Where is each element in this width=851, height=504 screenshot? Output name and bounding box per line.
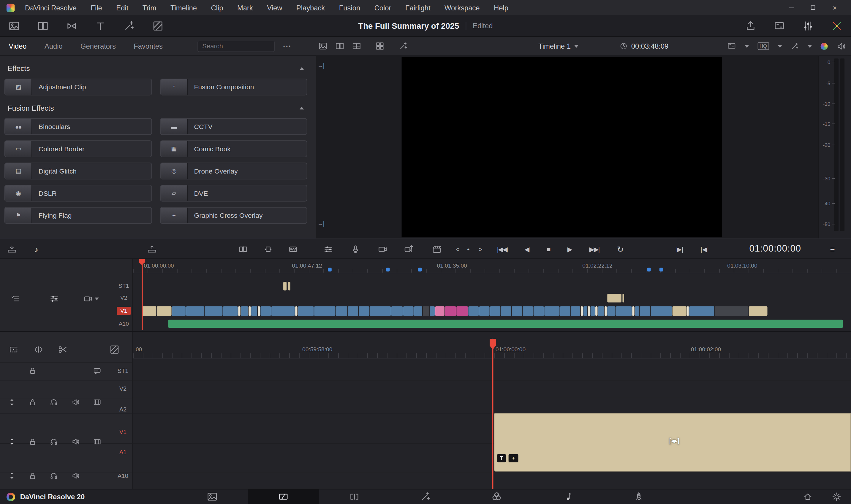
- timeline-list-icon[interactable]: [11, 294, 20, 304]
- overview-clip[interactable]: [512, 306, 522, 316]
- lock-icon[interactable]: [29, 437, 36, 446]
- effect-flying-flag[interactable]: ⚑Flying Flag: [4, 207, 152, 224]
- overview-clip[interactable]: [336, 306, 347, 316]
- overview-clip[interactable]: [314, 306, 335, 316]
- dual-viewer-icon[interactable]: [37, 20, 48, 32]
- overview-clip[interactable]: [490, 306, 501, 316]
- overview-clip[interactable]: [689, 306, 714, 316]
- auto-select-icon[interactable]: [8, 472, 16, 480]
- overview-clip[interactable]: [172, 306, 186, 316]
- menu-item-fairlight[interactable]: Fairlight: [398, 3, 437, 12]
- overview-clip[interactable]: [632, 306, 634, 316]
- menu-item-fusion[interactable]: Fusion: [332, 3, 367, 12]
- timeline-options-menu-icon[interactable]: ≡: [830, 245, 835, 254]
- lock-icon[interactable]: [29, 367, 36, 375]
- page-media[interactable]: [177, 489, 248, 504]
- color-management-icon[interactable]: [821, 42, 828, 50]
- close-button[interactable]: ×: [824, 0, 846, 15]
- page-fusion[interactable]: [390, 489, 461, 504]
- effect-comic-book[interactable]: ▦Comic Book: [160, 140, 307, 157]
- mute-icon[interactable]: [71, 398, 79, 406]
- overview-clip[interactable]: [445, 306, 456, 316]
- overview-clip[interactable]: [468, 306, 479, 316]
- play-around-out-button[interactable]: >: [479, 245, 483, 253]
- tape-view-icon[interactable]: [335, 42, 344, 50]
- overview-clip[interactable]: [544, 306, 559, 316]
- tab-favorites[interactable]: Favorites: [134, 42, 163, 50]
- overview-clip[interactable]: [584, 306, 587, 316]
- previous-clip-button[interactable]: |◀◀: [497, 246, 507, 253]
- page-edit[interactable]: [319, 489, 390, 504]
- mixer-panel-icon[interactable]: [803, 20, 814, 32]
- transitions-icon[interactable]: [153, 20, 163, 32]
- jump-to-in-icon[interactable]: →|: [317, 62, 324, 69]
- split-view-button[interactable]: [239, 245, 248, 254]
- overview-clip[interactable]: [435, 306, 445, 316]
- overview-clip[interactable]: [251, 306, 257, 316]
- effect-adjustment-clip[interactable]: ▨Adjustment Clip: [4, 78, 152, 95]
- add-poi-button[interactable]: [404, 245, 414, 254]
- overview-clip[interactable]: [687, 306, 689, 316]
- track-label-v2[interactable]: V2: [113, 385, 133, 392]
- settings-gear-icon[interactable]: [832, 492, 841, 501]
- overview-clip[interactable]: [501, 306, 511, 316]
- overview-clip[interactable]: [588, 306, 590, 316]
- trim-tool[interactable]: [34, 345, 44, 355]
- overview-clip[interactable]: [534, 306, 544, 316]
- solo-icon[interactable]: [50, 437, 57, 446]
- track-label-a1[interactable]: A1: [113, 449, 133, 455]
- overview-clip[interactable]: [622, 294, 624, 302]
- overview-clip[interactable]: [272, 306, 295, 316]
- insert-audio-button[interactable]: ♪: [34, 245, 38, 254]
- title-badge[interactable]: T: [497, 454, 506, 462]
- overview-clip[interactable]: [605, 306, 607, 316]
- effect-graphic-cross-overlay[interactable]: +Graphic Cross Overlay: [160, 207, 307, 224]
- effect-binoculars[interactable]: ●●Binoculars: [4, 118, 152, 135]
- menu-item-view[interactable]: View: [260, 3, 289, 12]
- overview-clip[interactable]: [456, 306, 468, 316]
- track-label-a10[interactable]: A10: [113, 472, 133, 479]
- multicam-view-icon[interactable]: [352, 42, 361, 50]
- auto-select-icon[interactable]: [8, 437, 16, 446]
- transform-badge-icon[interactable]: +: [509, 454, 518, 462]
- mute-icon[interactable]: [71, 472, 79, 480]
- effect-dve[interactable]: ▱DVE: [160, 185, 307, 202]
- overview-track-label-v2[interactable]: V2: [116, 294, 132, 301]
- speaker-icon[interactable]: [836, 41, 846, 51]
- timeline-marker[interactable]: [418, 268, 422, 271]
- playhead[interactable]: [492, 339, 493, 489]
- overview-clip[interactable]: [640, 306, 650, 316]
- quick-export-icon[interactable]: [745, 20, 756, 32]
- page-cut[interactable]: [248, 489, 318, 504]
- effect-drone-overlay[interactable]: ◎Drone Overlay: [160, 163, 307, 179]
- resolution-icon[interactable]: [727, 42, 735, 50]
- overview-clip[interactable]: [223, 306, 238, 316]
- overview-clip[interactable]: [423, 306, 429, 316]
- source-camera-icon[interactable]: [84, 294, 99, 304]
- maximize-button[interactable]: [802, 0, 824, 15]
- page-color[interactable]: [461, 489, 532, 504]
- menu-item-trim[interactable]: Trim: [135, 3, 163, 12]
- track-label-st1[interactable]: ST1: [113, 367, 133, 374]
- overview-clip[interactable]: [403, 306, 414, 316]
- more-options-icon[interactable]: •••: [283, 43, 292, 49]
- search-input[interactable]: [197, 40, 275, 52]
- loop-button[interactable]: ↻: [617, 245, 624, 254]
- overview-clip[interactable]: [581, 306, 583, 316]
- overview-clip[interactable]: [571, 306, 580, 316]
- overview-track-label-st1[interactable]: ST1: [116, 283, 132, 289]
- menu-item-file[interactable]: File: [84, 3, 109, 12]
- overview-clip[interactable]: [523, 306, 533, 316]
- overview-clip[interactable]: [673, 306, 687, 316]
- overview-clip[interactable]: [241, 306, 248, 316]
- timeline-marker[interactable]: [659, 268, 663, 271]
- timeline-marker[interactable]: [647, 268, 651, 271]
- overview-clip[interactable]: [295, 306, 297, 316]
- titles-icon[interactable]: [95, 20, 106, 32]
- page-fairlight[interactable]: [532, 489, 603, 504]
- solo-icon[interactable]: [50, 472, 57, 480]
- voiceover-button[interactable]: [351, 245, 360, 254]
- overview-clip[interactable]: [635, 306, 640, 316]
- track-label-v1[interactable]: V1: [113, 429, 133, 435]
- timeline-selector[interactable]: Timeline 1: [538, 42, 579, 50]
